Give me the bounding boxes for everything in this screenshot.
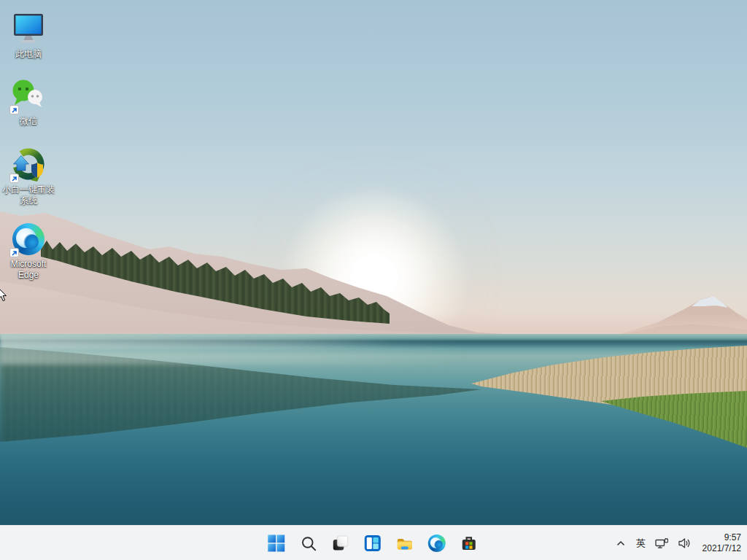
this-pc-icon xyxy=(11,12,46,47)
wechat-icon xyxy=(11,79,46,114)
widgets-button[interactable] xyxy=(357,526,389,560)
microsoft-store-icon xyxy=(460,534,478,552)
desktop-icon-wechat[interactable]: 微信 xyxy=(1,79,56,126)
file-explorer-icon xyxy=(396,534,414,552)
speaker-icon xyxy=(678,537,691,549)
chevron-up-icon xyxy=(616,539,626,548)
file-explorer-button[interactable] xyxy=(389,526,421,560)
desktop-icon-this-pc[interactable]: 此电脑 xyxy=(1,12,56,59)
microsoft-store-button[interactable] xyxy=(453,526,485,560)
desktop-icon-label-line2: 系统 xyxy=(20,195,37,206)
windows-11-desktop: 此电脑 微信 xyxy=(0,0,747,560)
network-status-button[interactable] xyxy=(651,529,673,558)
taskbar-center-buttons xyxy=(260,526,485,560)
clock[interactable]: 9:57 2021/7/12 xyxy=(703,532,741,554)
mouse-cursor xyxy=(0,287,7,305)
taskbar-system-tray: 英 9:57 xyxy=(611,526,747,560)
search-button[interactable] xyxy=(293,526,325,560)
tray-overflow-button[interactable] xyxy=(611,529,631,558)
task-view-button[interactable] xyxy=(325,526,357,560)
edge-icon xyxy=(11,222,46,257)
desktop-icon-label-line2: Edge xyxy=(18,270,39,280)
shortcut-arrow-icon xyxy=(9,105,19,114)
search-icon xyxy=(300,535,317,552)
taskbar: 英 9:57 xyxy=(0,525,747,560)
shortcut-arrow-icon xyxy=(9,174,19,183)
clock-time: 9:57 xyxy=(703,532,741,543)
wallpaper-water-mist xyxy=(0,340,467,365)
desktop-icon-label-line1: 小白一键重装 xyxy=(2,184,55,195)
ime-language-indicator[interactable]: 英 xyxy=(631,529,651,558)
widgets-icon xyxy=(364,534,382,552)
desktop-icon-xiaobai-reinstall[interactable]: 小白一键重装 系统 xyxy=(1,147,56,206)
desktop-icon-label-line1: Microsoft xyxy=(11,259,47,269)
desktop-icon-label: 微信 xyxy=(20,116,37,126)
edge-browser-button[interactable] xyxy=(421,526,453,560)
edge-icon xyxy=(428,534,446,552)
ethernet-network-icon xyxy=(655,537,669,550)
desktop-icon-label: 此电脑 xyxy=(15,49,42,59)
task-view-icon xyxy=(332,534,349,552)
desktop-icon-microsoft-edge[interactable]: Microsoft Edge xyxy=(1,222,56,280)
windows-logo-icon xyxy=(268,534,285,552)
xiaobai-reinstall-icon xyxy=(11,147,46,182)
shortcut-arrow-icon xyxy=(9,248,19,257)
clock-date: 2021/7/12 xyxy=(703,543,741,554)
desktop-wallpaper[interactable] xyxy=(0,0,747,525)
volume-button[interactable] xyxy=(673,529,695,558)
start-button[interactable] xyxy=(260,526,293,560)
